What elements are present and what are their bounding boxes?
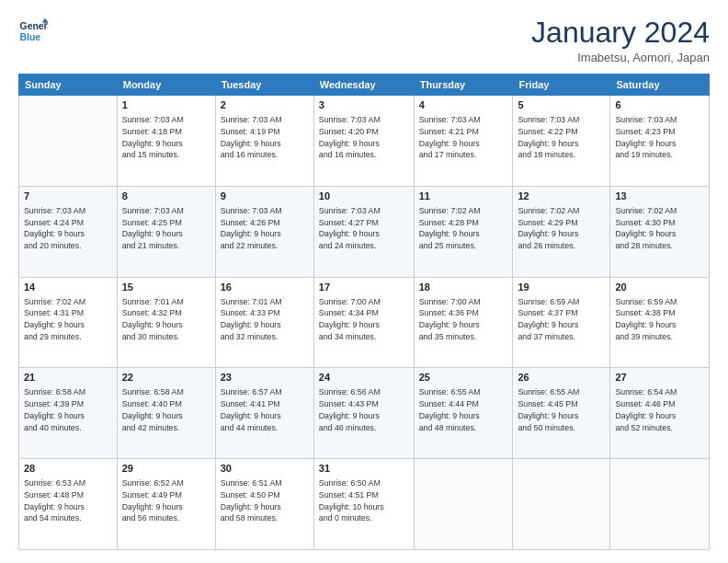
day-number: 19: [518, 281, 605, 295]
day-info: Sunrise: 7:03 AMSunset: 4:21 PMDaylight:…: [419, 114, 508, 161]
day-number: 28: [24, 462, 112, 477]
day-number: 4: [419, 98, 508, 113]
col-wednesday: Wednesday: [313, 75, 414, 96]
subtitle: Imabetsu, Aomori, Japan: [531, 51, 710, 64]
day-number: 25: [419, 371, 508, 385]
day-number: 22: [122, 371, 210, 385]
day-info: Sunrise: 7:01 AMSunset: 4:32 PMDaylight:…: [122, 296, 210, 343]
day-info: Sunrise: 6:57 AMSunset: 4:41 PMDaylight:…: [221, 386, 309, 433]
table-row: 11Sunrise: 7:02 AMSunset: 4:28 PMDayligh…: [414, 186, 513, 277]
day-number: 8: [122, 190, 210, 204]
table-row: 10Sunrise: 7:03 AMSunset: 4:27 PMDayligh…: [313, 186, 414, 277]
table-row: 4Sunrise: 7:03 AMSunset: 4:21 PMDaylight…: [414, 96, 513, 187]
day-info: Sunrise: 7:02 AMSunset: 4:31 PMDaylight:…: [24, 296, 112, 343]
table-row: 12Sunrise: 7:02 AMSunset: 4:29 PMDayligh…: [513, 186, 610, 277]
day-number: 17: [319, 281, 409, 295]
table-row: 9Sunrise: 7:03 AMSunset: 4:26 PMDaylight…: [215, 186, 313, 277]
table-row: 22Sunrise: 6:58 AMSunset: 4:40 PMDayligh…: [117, 368, 215, 459]
logo-icon: General Blue: [18, 17, 48, 46]
day-info: Sunrise: 7:00 AMSunset: 4:36 PMDaylight:…: [419, 296, 508, 343]
day-info: Sunrise: 7:03 AMSunset: 4:24 PMDaylight:…: [24, 205, 112, 252]
day-number: 15: [122, 281, 210, 295]
day-info: Sunrise: 7:03 AMSunset: 4:26 PMDaylight:…: [221, 205, 309, 252]
day-info: Sunrise: 6:58 AMSunset: 4:40 PMDaylight:…: [122, 386, 210, 433]
day-info: Sunrise: 7:01 AMSunset: 4:33 PMDaylight:…: [221, 296, 309, 343]
table-row: 28Sunrise: 6:53 AMSunset: 4:48 PMDayligh…: [19, 459, 118, 550]
day-info: Sunrise: 6:58 AMSunset: 4:39 PMDaylight:…: [24, 386, 112, 433]
title-block: January 2024 Imabetsu, Aomori, Japan: [531, 17, 710, 64]
day-info: Sunrise: 6:52 AMSunset: 4:49 PMDaylight:…: [122, 477, 210, 524]
table-row: 20Sunrise: 6:59 AMSunset: 4:38 PMDayligh…: [610, 277, 710, 368]
day-info: Sunrise: 7:03 AMSunset: 4:18 PMDaylight:…: [122, 114, 210, 161]
day-info: Sunrise: 7:02 AMSunset: 4:28 PMDaylight:…: [419, 205, 508, 252]
table-row: [513, 459, 610, 550]
table-row: 18Sunrise: 7:00 AMSunset: 4:36 PMDayligh…: [414, 277, 513, 368]
day-number: 7: [24, 190, 112, 204]
table-row: 19Sunrise: 6:59 AMSunset: 4:37 PMDayligh…: [513, 277, 610, 368]
table-row: 30Sunrise: 6:51 AMSunset: 4:50 PMDayligh…: [215, 459, 313, 550]
table-row: 26Sunrise: 6:55 AMSunset: 4:45 PMDayligh…: [513, 368, 610, 459]
day-info: Sunrise: 6:59 AMSunset: 4:37 PMDaylight:…: [518, 296, 605, 343]
day-number: 6: [615, 98, 704, 113]
day-number: 3: [319, 98, 409, 113]
day-number: 18: [419, 281, 508, 295]
calendar-week-row: 21Sunrise: 6:58 AMSunset: 4:39 PMDayligh…: [19, 368, 710, 459]
table-row: 27Sunrise: 6:54 AMSunset: 4:46 PMDayligh…: [610, 368, 710, 459]
table-row: 13Sunrise: 7:02 AMSunset: 4:30 PMDayligh…: [610, 186, 710, 277]
day-info: Sunrise: 7:02 AMSunset: 4:30 PMDaylight:…: [615, 205, 704, 252]
day-info: Sunrise: 7:03 AMSunset: 4:22 PMDaylight:…: [518, 114, 605, 161]
day-info: Sunrise: 6:56 AMSunset: 4:43 PMDaylight:…: [319, 386, 409, 433]
calendar-week-row: 1Sunrise: 7:03 AMSunset: 4:18 PMDaylight…: [19, 96, 710, 187]
calendar-table: Sunday Monday Tuesday Wednesday Thursday…: [18, 74, 710, 550]
day-number: 20: [615, 281, 704, 295]
col-sunday: Sunday: [19, 75, 118, 96]
calendar-week-row: 28Sunrise: 6:53 AMSunset: 4:48 PMDayligh…: [19, 459, 710, 550]
day-info: Sunrise: 6:51 AMSunset: 4:50 PMDaylight:…: [221, 477, 309, 524]
day-number: 5: [518, 98, 605, 113]
table-row: [610, 459, 710, 550]
day-number: 2: [221, 98, 309, 113]
day-number: 16: [221, 281, 309, 295]
table-row: [19, 96, 118, 187]
svg-text:General: General: [20, 21, 48, 31]
day-number: 30: [221, 462, 309, 477]
table-row: 23Sunrise: 6:57 AMSunset: 4:41 PMDayligh…: [215, 368, 313, 459]
table-row: 15Sunrise: 7:01 AMSunset: 4:32 PMDayligh…: [117, 277, 215, 368]
day-number: 29: [122, 462, 210, 477]
table-row: 7Sunrise: 7:03 AMSunset: 4:24 PMDaylight…: [19, 186, 118, 277]
day-info: Sunrise: 7:03 AMSunset: 4:27 PMDaylight:…: [319, 205, 409, 252]
svg-text:Blue: Blue: [20, 32, 41, 42]
day-info: Sunrise: 7:03 AMSunset: 4:20 PMDaylight:…: [319, 114, 409, 161]
page: General Blue January 2024 Imabetsu, Aomo…: [0, 0, 728, 563]
day-info: Sunrise: 6:55 AMSunset: 4:44 PMDaylight:…: [419, 386, 508, 433]
weekday-header-row: Sunday Monday Tuesday Wednesday Thursday…: [19, 75, 710, 96]
table-row: [414, 459, 513, 550]
day-info: Sunrise: 6:53 AMSunset: 4:48 PMDaylight:…: [24, 477, 112, 524]
day-info: Sunrise: 7:03 AMSunset: 4:25 PMDaylight:…: [122, 205, 210, 252]
table-row: 2Sunrise: 7:03 AMSunset: 4:19 PMDaylight…: [215, 96, 313, 187]
day-info: Sunrise: 7:02 AMSunset: 4:29 PMDaylight:…: [518, 205, 605, 252]
day-number: 23: [221, 371, 309, 385]
table-row: 14Sunrise: 7:02 AMSunset: 4:31 PMDayligh…: [19, 277, 118, 368]
day-number: 31: [319, 462, 409, 477]
day-number: 21: [24, 371, 112, 385]
table-row: 29Sunrise: 6:52 AMSunset: 4:49 PMDayligh…: [117, 459, 215, 550]
table-row: 6Sunrise: 7:03 AMSunset: 4:23 PMDaylight…: [610, 96, 710, 187]
table-row: 25Sunrise: 6:55 AMSunset: 4:44 PMDayligh…: [414, 368, 513, 459]
table-row: 8Sunrise: 7:03 AMSunset: 4:25 PMDaylight…: [117, 186, 215, 277]
day-number: 1: [122, 98, 210, 113]
table-row: 17Sunrise: 7:00 AMSunset: 4:34 PMDayligh…: [313, 277, 414, 368]
day-number: 14: [24, 281, 112, 295]
col-tuesday: Tuesday: [215, 75, 313, 96]
col-friday: Friday: [513, 75, 610, 96]
table-row: 21Sunrise: 6:58 AMSunset: 4:39 PMDayligh…: [19, 368, 118, 459]
col-monday: Monday: [117, 75, 215, 96]
col-thursday: Thursday: [414, 75, 513, 96]
day-info: Sunrise: 6:50 AMSunset: 4:51 PMDaylight:…: [319, 477, 409, 524]
day-info: Sunrise: 7:03 AMSunset: 4:19 PMDaylight:…: [221, 114, 309, 161]
day-number: 13: [615, 190, 704, 204]
day-number: 12: [518, 190, 605, 204]
table-row: 3Sunrise: 7:03 AMSunset: 4:20 PMDaylight…: [313, 96, 414, 187]
day-info: Sunrise: 7:00 AMSunset: 4:34 PMDaylight:…: [319, 296, 409, 343]
logo: General Blue: [18, 17, 48, 46]
